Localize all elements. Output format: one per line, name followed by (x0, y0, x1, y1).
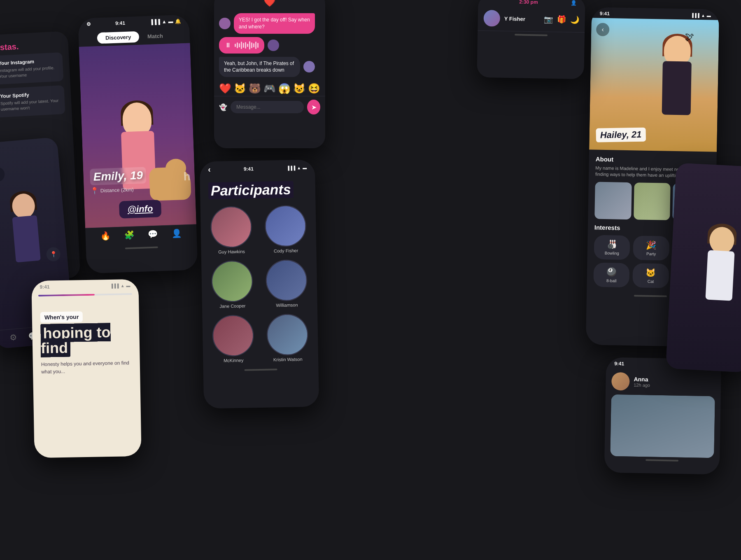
sidebar-item-instagram: Your Instagram Instagram will add your p… (0, 52, 64, 85)
interest-8ball[interactable]: 🎱 8-ball (593, 262, 629, 287)
chat-bubble-incoming: Yeah, but John, if The Pirates of the Ca… (219, 57, 300, 77)
nav-profile-icon[interactable]: 👤 (171, 228, 182, 238)
emoji-cat[interactable]: 🐱 (234, 83, 246, 94)
p-wifi: ▲ (297, 166, 301, 170)
p-battery: ▬ (303, 166, 307, 170)
participant-img-mckinney (213, 316, 253, 356)
profile-image-area: Emily, 19 📍 Distance (2km) @info h (79, 43, 196, 228)
phone-anna-chat: 9:41 ▐▐▐ ▲ ▬ Anna 12h ago (604, 357, 722, 475)
edge-body (705, 250, 734, 301)
wave-bar-8 (249, 41, 250, 49)
participant-name-mckinney: McKinney (224, 358, 243, 363)
participants-grid: Guy Hawkins Cody Fisher Jane Cooper Will… (200, 201, 319, 368)
ob-signal: ▐▐▐ (110, 283, 119, 288)
anna-info: Anna 12h ago (634, 376, 715, 389)
anna-time: 9:41 (614, 361, 624, 366)
moon-icon: 🌙 (570, 15, 579, 24)
bell-button[interactable]: 🔔 (175, 18, 181, 24)
onboarding-label-text: When's your (44, 313, 79, 320)
interest-party[interactable]: 🎉 Party (633, 236, 669, 261)
star-overlay[interactable]: ✦ (0, 166, 5, 182)
bowling-emoji: 🎳 (607, 239, 617, 249)
tab-discovery[interactable]: Discovery (97, 31, 140, 44)
interest-cat[interactable]: 🐱 Cat (633, 263, 669, 288)
emoji-bear[interactable]: 🐻 (249, 83, 261, 94)
emoji-gamepad[interactable]: 🎮 (263, 83, 276, 94)
bowling-label: Bowling (605, 251, 619, 256)
participant-img-jane (212, 261, 252, 302)
onboarding-label: When's your (40, 311, 83, 323)
message-input[interactable] (231, 101, 304, 113)
participant-avatar-mckinney (212, 315, 254, 357)
anna-photo-inner (610, 394, 715, 458)
onboarding-body-text: Honesty helps you and everyone on find w… (41, 359, 132, 376)
emoji-heart[interactable]: ❤️ (219, 83, 231, 94)
phone-top-right-notification: 2:30 pm 👤 Y Fisher 📷 🎁 🌙 (477, 0, 585, 79)
participant-guy-hawkins: Guy Hawkins (207, 206, 256, 255)
interest-bowling[interactable]: 🎳 Bowling (594, 235, 630, 260)
sidebar-item-spotify: Your Spotify Spotify will add your lates… (0, 85, 65, 118)
cat-emoji: 🐱 (645, 268, 656, 278)
heart-area: ❤️ (214, 0, 325, 9)
phone-discovery: ⚙ 9:41 ▐▐▐ ▲ ▬ 🔔 Discovery Match (78, 14, 198, 273)
back-arrow-btn[interactable]: ‹ (208, 165, 211, 174)
nav-chat-icon[interactable]: 💬 (147, 229, 158, 239)
discovery-time: 9:41 (115, 20, 126, 26)
nav-icon-settings[interactable]: ⚙ (9, 332, 18, 343)
ghost-icon: 👻 (219, 103, 227, 111)
instagram-item-body: Instagram will add your profile. Your us… (0, 65, 58, 79)
participants-title-bg: Participants (208, 181, 294, 200)
participant-mckinney: McKinney (209, 315, 257, 364)
nav-puzzle-icon[interactable]: 🧩 (124, 230, 135, 240)
pin-icon: 📍 (91, 187, 99, 195)
heart-icon: ❤️ (263, 0, 276, 7)
send-button[interactable]: ➤ (307, 100, 320, 114)
sidebar-title: Instas. (0, 40, 62, 53)
spotify-item-body: Spotify will add your latest. Your usern… (0, 98, 60, 112)
emoji-shock[interactable]: 😱 (278, 83, 291, 94)
wifi-icon: ▲ (162, 19, 167, 24)
p-status-icons: ▐▐▐ ▲ ▬ (287, 166, 307, 170)
location-text: Distance (2km) (100, 187, 134, 194)
ob-wifi: ▲ (120, 283, 124, 288)
ob-battery: ▬ (126, 283, 130, 288)
battery-icon: ▬ (168, 19, 173, 24)
participant-avatar-williamson (266, 259, 308, 301)
anna-avatar (611, 372, 630, 391)
wave-bar-12 (257, 43, 259, 48)
anna-photo-area (610, 394, 715, 458)
participant-kristin-watson: Kristin Watson (263, 314, 312, 362)
message-input-row: 👻 ➤ (214, 96, 325, 118)
onboarding-heading: hoping to find (40, 324, 131, 356)
profile-name: Emily, 19 (93, 169, 143, 184)
wave-bar-9 (251, 42, 252, 48)
about-title: About (596, 156, 710, 165)
party-label: Party (646, 252, 656, 256)
send-arrow-icon: ➤ (311, 103, 317, 111)
gift-icon: 🎁 (557, 15, 566, 24)
notification-name: Y Fisher (504, 15, 540, 22)
party-emoji: 🎉 (646, 240, 656, 250)
emoji-devilcat[interactable]: 😺 (293, 83, 305, 94)
prof-wifi: ▲ (701, 13, 705, 17)
chat-avatar-incoming (268, 40, 279, 51)
settings-icon[interactable]: ⚙ (86, 21, 91, 27)
top-right-profile-icon: 👤 (571, 0, 577, 6)
nav-flame-icon[interactable]: 🔥 (100, 231, 111, 241)
edge-content: › (666, 163, 741, 373)
profile-back-button[interactable]: ‹ (596, 23, 610, 37)
voice-waveform (235, 41, 259, 49)
phone-participants: ‹ 9:41 ▐▐▐ ▲ ▬ Participants Guy Hawkins … (200, 160, 319, 409)
person-body (12, 215, 40, 263)
wave-bar-3 (239, 43, 240, 47)
notification-row: Y Fisher 📷 🎁 🌙 (478, 6, 585, 33)
emoji-laugh[interactable]: 😆 (308, 83, 320, 94)
anna-home-indicator (645, 459, 678, 461)
top-right-home-indicator (515, 34, 548, 36)
phone-chat: ❤️ YES! I got the day off! Say when and … (214, 0, 325, 148)
pause-icon[interactable]: ⏸ (225, 42, 231, 49)
participant-jane-cooper: Jane Cooper (208, 261, 256, 309)
profile-hero-image: ‹ 🕊 Hailey, 21 (589, 18, 719, 152)
tab-match[interactable]: Match (139, 30, 171, 42)
onboarding-content: When's your hoping to find Honesty helps… (32, 298, 140, 388)
